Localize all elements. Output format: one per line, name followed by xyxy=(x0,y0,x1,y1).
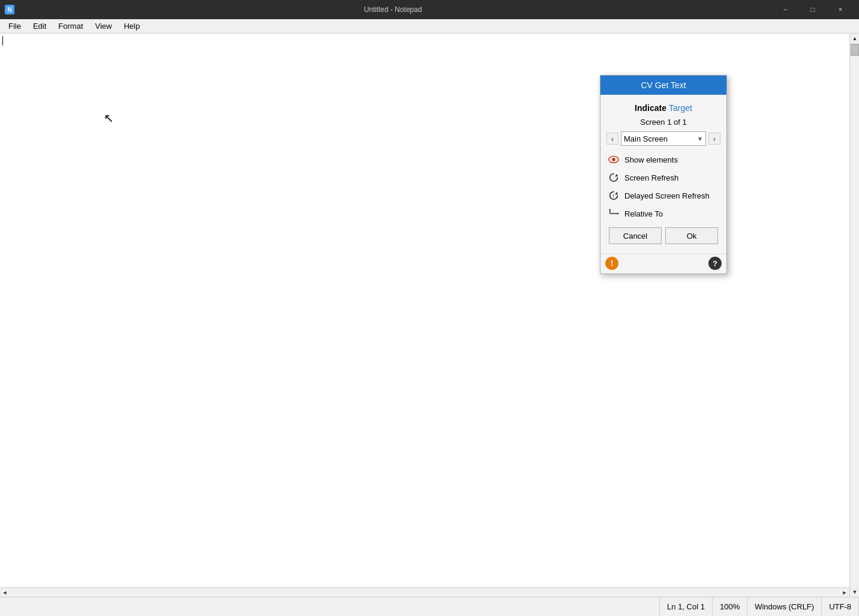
refresh-icon xyxy=(608,172,620,184)
menu-bar: File Edit Format View Help xyxy=(0,19,859,34)
relative-to-icon xyxy=(608,208,620,220)
scroll-thumb-v[interactable] xyxy=(851,44,859,56)
title-bar: N Untitled - Notepad − □ × xyxy=(0,0,859,19)
window-title: Untitled - Notepad xyxy=(19,5,767,14)
delayed-refresh-icon: ! xyxy=(608,190,620,202)
menu-help[interactable]: Help xyxy=(118,19,146,33)
svg-marker-3 xyxy=(615,192,618,195)
dialog-body: Indicate Target Screen 1 of 1 ‹ Main Scr… xyxy=(600,95,726,253)
delayed-screen-refresh-option[interactable]: ! Delayed Screen Refresh xyxy=(606,187,720,205)
relative-to-label: Relative To xyxy=(624,209,663,218)
svg-point-1 xyxy=(612,158,615,161)
screen-refresh-option[interactable]: Screen Refresh xyxy=(606,169,720,187)
indicate-target-row: Indicate Target xyxy=(606,100,720,118)
screen-prev-button[interactable]: ‹ xyxy=(606,133,618,145)
screen-dropdown[interactable]: Main Screen ▼ xyxy=(621,131,706,146)
status-position: Ln 1, Col 1 xyxy=(660,597,713,616)
relative-to-option[interactable]: Relative To xyxy=(606,205,720,223)
menu-format[interactable]: Format xyxy=(52,19,89,33)
svg-marker-2 xyxy=(615,174,618,177)
screen-next-button[interactable]: › xyxy=(708,133,720,145)
app-icon: N xyxy=(5,5,14,14)
window-controls: − □ × xyxy=(771,0,854,19)
warning-icon[interactable]: ! xyxy=(605,257,618,270)
screen-info: Screen 1 of 1 xyxy=(606,118,720,127)
menu-edit[interactable]: Edit xyxy=(27,19,52,33)
dialog-title: CV Get Text xyxy=(600,76,726,95)
indicate-label: Indicate xyxy=(635,103,666,113)
dialog-button-row: Cancel Ok xyxy=(606,223,720,248)
status-encoding: UTF-8 xyxy=(822,597,859,616)
close-button[interactable]: × xyxy=(827,0,854,19)
menu-view[interactable]: View xyxy=(89,19,118,33)
show-elements-option[interactable]: Show elements xyxy=(606,151,720,169)
ok-button[interactable]: Ok xyxy=(665,227,718,244)
vertical-scrollbar[interactable]: ▲ ▼ xyxy=(849,34,859,597)
show-elements-label: Show elements xyxy=(624,155,678,164)
delayed-screen-refresh-label: Delayed Screen Refresh xyxy=(624,191,710,200)
minimize-button[interactable]: − xyxy=(771,0,799,19)
text-cursor xyxy=(2,36,3,46)
screen-nav-row: ‹ Main Screen ▼ › xyxy=(606,129,720,151)
screen-dropdown-arrow: ▼ xyxy=(697,136,703,142)
menu-file[interactable]: File xyxy=(2,19,27,33)
status-empty xyxy=(0,597,660,616)
horizontal-scrollbar[interactable]: ◄ ► xyxy=(0,587,849,597)
svg-marker-7 xyxy=(617,212,619,215)
scroll-right-arrow[interactable]: ► xyxy=(840,588,849,597)
target-label[interactable]: Target xyxy=(669,103,692,113)
cv-get-text-dialog: CV Get Text Indicate Target Screen 1 of … xyxy=(600,75,727,274)
scroll-down-arrow[interactable]: ▼ xyxy=(850,587,859,597)
svg-text:!: ! xyxy=(612,194,614,198)
status-line-ending: Windows (CRLF) xyxy=(747,597,822,616)
screen-dropdown-label: Main Screen xyxy=(624,134,668,143)
help-icon[interactable]: ? xyxy=(708,257,722,270)
scroll-up-arrow[interactable]: ▲ xyxy=(850,34,859,43)
scroll-left-arrow[interactable]: ◄ xyxy=(0,588,10,597)
screen-refresh-label: Screen Refresh xyxy=(624,173,678,182)
cancel-button[interactable]: Cancel xyxy=(609,227,662,244)
status-bar: Ln 1, Col 1 100% Windows (CRLF) UTF-8 xyxy=(0,597,859,616)
dialog-footer: ! ? xyxy=(600,254,726,274)
eye-icon xyxy=(608,154,620,166)
maximize-button[interactable]: □ xyxy=(799,0,827,19)
svg-marker-8 xyxy=(609,209,611,211)
status-zoom: 100% xyxy=(713,597,747,616)
